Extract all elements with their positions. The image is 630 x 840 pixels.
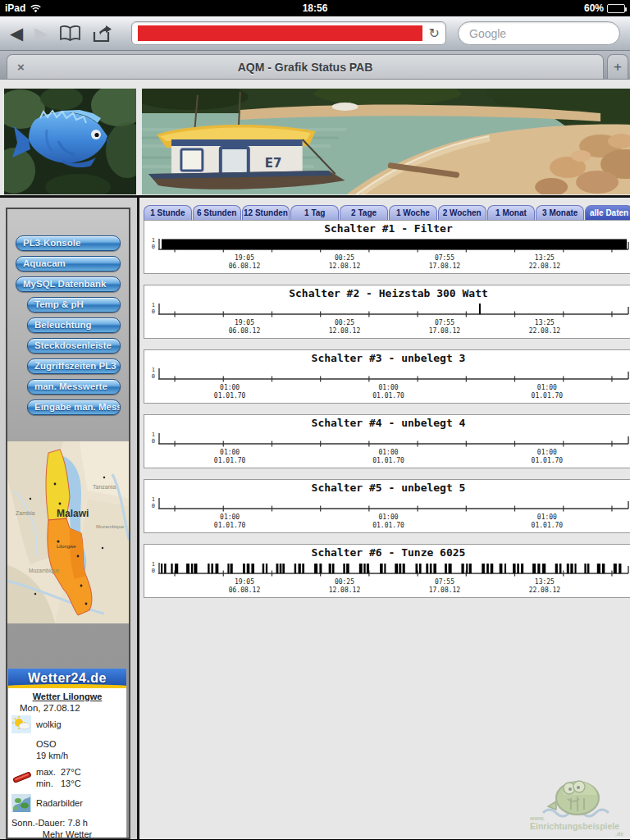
- range-tab-2-wochen[interactable]: 2 Wochen: [438, 205, 486, 220]
- chart-plot: [155, 366, 630, 382]
- chart-panel: Schalter #2 - Heizstab 300 Watt 1 0 19:0…: [144, 285, 630, 339]
- tab-title: AQM - Grafik Status PAB: [7, 61, 603, 74]
- clock: 18:56: [0, 2, 630, 14]
- map-label-tanzania: Tanzania: [93, 484, 116, 490]
- chart-plot: [155, 236, 630, 253]
- sun-duration: Sonn.-Dauer: 7.8 h: [8, 815, 126, 828]
- chart-panel: Schalter #1 - Filter 1 0 19:0506.08.1200…: [144, 220, 630, 274]
- bookmarks-button[interactable]: [59, 25, 81, 42]
- x-tick-label: 01:0001.01.70: [532, 449, 564, 465]
- sidebar-item-zugriffszeiten-pl3[interactable]: Zugriffszeiten PL3: [27, 358, 121, 374]
- x-tick-label: 07:5517.08.12: [429, 254, 461, 271]
- header-photos: E7 E7: [0, 80, 630, 194]
- book-icon: [59, 25, 81, 42]
- x-tick-label: 00:2512.08.12: [329, 254, 361, 271]
- radar-link[interactable]: Radarbilder: [36, 798, 83, 808]
- radar-map-icon: [11, 794, 31, 812]
- wind-direction: OSO: [36, 738, 68, 750]
- sun-cloud-icon: [11, 715, 31, 733]
- range-tab-alle-daten[interactable]: alle Daten: [585, 205, 630, 220]
- map-label-mozambique-west: Mozambique: [29, 568, 60, 574]
- address-bar[interactable]: ↻: [131, 21, 446, 45]
- chart-plot: [155, 301, 630, 317]
- x-tick-label: 01:0001.01.70: [532, 384, 564, 400]
- x-tick-label: 01:0001.01.70: [214, 514, 246, 530]
- x-tick-label: 00:2512.08.12: [329, 578, 361, 595]
- share-button[interactable]: [93, 25, 113, 43]
- chart-x-labels: 19:0506.08.1200:2512.08.1207:5517.08.121…: [144, 317, 630, 337]
- chart-plot: [155, 495, 630, 512]
- y-tick-1: 1: [148, 431, 155, 438]
- sidebar-item-pl3-konsole[interactable]: PL3-Konsole: [16, 235, 121, 251]
- y-tick-1: 1: [148, 367, 155, 373]
- sidebar-nav: PL3-KonsoleAquacamMySQL DatenbankTemp & …: [7, 235, 129, 415]
- tab-aqm-grafik[interactable]: × AQM - Grafik Status PAB: [7, 54, 604, 79]
- new-tab-button[interactable]: +: [607, 54, 628, 79]
- range-tab-1-monat[interactable]: 1 Monat: [487, 205, 536, 220]
- chart-x-labels: 01:0001.01.7001:0001.01.7001:0001.01.70: [144, 512, 630, 532]
- main-content: 1 Stunde6 Stunden12 Stunden1 Tag2 Tage1 …: [139, 198, 630, 839]
- y-tick-0: 0: [148, 373, 155, 380]
- chart-panel: Schalter #6 - Tunze 6025 1 0 19:0506.08.…: [144, 544, 630, 598]
- svg-text:E7: E7: [265, 156, 282, 171]
- chart-title: Schalter #2 - Heizstab 300 Watt: [144, 287, 630, 301]
- range-tab-6-stunden[interactable]: 6 Stunden: [193, 205, 241, 220]
- sidebar-item-beleuchtung[interactable]: Beleuchtung: [27, 317, 121, 333]
- range-tab-1-tag[interactable]: 1 Tag: [290, 205, 339, 220]
- sidebar-item-temp-ph[interactable]: Temp & pH: [27, 297, 121, 313]
- range-tab-12-stunden[interactable]: 12 Stunden: [242, 205, 290, 220]
- beach-photo: E7 E7: [142, 89, 630, 194]
- watermark-de: .de: [615, 831, 623, 837]
- watermark-einrichtungsbeispiele: www. Einrichtungsbeispiele .de: [527, 760, 627, 838]
- share-icon: [93, 25, 113, 43]
- time-range-tabs: 1 Stunde6 Stunden12 Stunden1 Tag2 Tage1 …: [144, 205, 630, 220]
- x-tick-label: 13:2522.08.12: [529, 578, 561, 595]
- temp-min-label: min.: [36, 778, 61, 789]
- chart-title: Schalter #1 - Filter: [144, 222, 630, 236]
- chart-title: Schalter #3 - unbelegt 3: [144, 352, 630, 366]
- chart-panel: Schalter #4 - unbelegt 4 1 0 01:0001.01.…: [144, 414, 630, 468]
- temp-max-value: 27°C: [61, 766, 81, 778]
- x-tick-label: 01:0001.01.70: [214, 384, 246, 400]
- sidebar-item-steckdosenleiste[interactable]: Steckdosenleiste: [27, 338, 121, 354]
- sidebar-item-mysql-datenbank[interactable]: MySQL Datenbank: [16, 276, 121, 292]
- chart-x-labels: 01:0001.01.7001:0001.01.7001:0001.01.70: [144, 382, 630, 402]
- y-tick-0: 0: [148, 568, 155, 574]
- y-tick-0: 0: [148, 308, 155, 315]
- y-tick-0: 0: [148, 438, 155, 445]
- range-tab-1-stunde[interactable]: 1 Stunde: [144, 205, 192, 220]
- chart-panel: Schalter #5 - unbelegt 5 1 0 01:0001.01.…: [144, 479, 630, 533]
- sidebar-item-aquacam[interactable]: Aquacam: [16, 256, 121, 272]
- range-tab-2-tage[interactable]: 2 Tage: [340, 205, 388, 220]
- chart-x-labels: 19:0506.08.1200:2512.08.1207:5517.08.121…: [144, 253, 630, 272]
- reload-icon[interactable]: ↻: [429, 25, 440, 41]
- watermark-name: Einrichtungsbeispiele: [530, 821, 619, 831]
- sidebar-panel: PL3-KonsoleAquacamMySQL DatenbankTemp & …: [6, 208, 130, 839]
- x-tick-label: 13:2522.08.12: [529, 319, 561, 336]
- chart-title: Schalter #6 - Tunze 6025: [144, 546, 630, 560]
- range-tab-3-monate[interactable]: 3 Monate: [536, 205, 584, 220]
- y-tick-1: 1: [148, 561, 155, 568]
- browser-toolbar: ◀ ▶ ↻ Google: [0, 16, 630, 51]
- back-button[interactable]: ◀: [10, 25, 23, 42]
- charts-area: Schalter #1 - Filter 1 0 19:0506.08.1200…: [144, 220, 630, 598]
- sidebar: PL3-KonsoleAquacamMySQL DatenbankTemp & …: [0, 198, 137, 839]
- chart-title: Schalter #5 - unbelegt 5: [144, 482, 630, 495]
- sidebar-item-eingabe-man-messwerte[interactable]: Eingabe man. Messwerte: [27, 399, 121, 415]
- search-input[interactable]: Google: [458, 21, 620, 45]
- forward-button[interactable]: ▶: [34, 25, 48, 42]
- more-weather-link[interactable]: Mehr Wetter: [8, 828, 126, 839]
- range-tab-1-woche[interactable]: 1 Woche: [389, 205, 437, 220]
- y-tick-0: 0: [148, 244, 155, 250]
- chart-x-labels: 01:0001.01.7001:0001.01.7001:0001.01.70: [144, 447, 630, 467]
- x-tick-label: 19:0506.08.12: [229, 254, 261, 271]
- weather-location-link[interactable]: Wetter Lilongwe: [8, 688, 126, 703]
- chart-y-axis-labels: 1 0: [148, 495, 155, 509]
- tab-bar: × AQM - Grafik Status PAB +: [0, 51, 630, 80]
- chart-y-axis-labels: 1 0: [148, 236, 155, 250]
- battery-icon: [607, 4, 625, 13]
- temp-max-label: max.: [36, 766, 61, 778]
- y-tick-1: 1: [148, 302, 155, 308]
- sidebar-item-man-messwerte[interactable]: man. Messwerte: [27, 379, 121, 395]
- weather-brand: Wetter24.de: [28, 671, 107, 686]
